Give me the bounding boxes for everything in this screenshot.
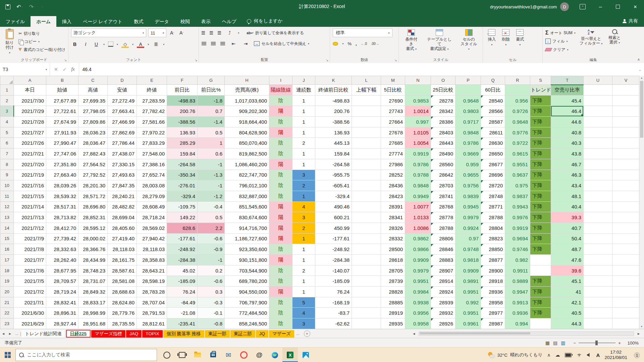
- cell-H19[interactable]: 689,780,200: [225, 276, 269, 287]
- taskbar-app-opera-icon[interactable]: [236, 348, 252, 362]
- page-layout-view-icon[interactable]: ▤: [553, 340, 557, 346]
- sheet-more-icon[interactable]: …: [294, 332, 301, 336]
- cell-G3[interactable]: 0.7: [198, 106, 225, 117]
- borders-icon[interactable]: [108, 42, 113, 47]
- cell-D13[interactable]: 28,699.04: [108, 212, 137, 223]
- cell-M13[interactable]: 28341: [381, 212, 405, 223]
- cell-T11[interactable]: 48.1: [551, 191, 584, 201]
- cell-D4[interactable]: 27,466.99: [108, 117, 137, 127]
- cell-M2[interactable]: 27690: [381, 95, 405, 106]
- cell-K18[interactable]: -140.07: [315, 265, 352, 276]
- cell-E4[interactable]: 27,581.66: [137, 117, 167, 127]
- cell-M19[interactable]: 28739: [381, 276, 405, 287]
- cell-M14[interactable]: 28326: [381, 223, 405, 233]
- cell-R14[interactable]: 0.9919: [505, 223, 530, 233]
- cell-J4[interactable]: 1: [292, 117, 315, 127]
- cell-R2[interactable]: 0.956: [505, 95, 530, 106]
- column-letter-I[interactable]: I: [269, 76, 292, 85]
- cell-E19[interactable]: 28,598.19: [137, 276, 167, 287]
- cell-E8[interactable]: 27,388.16: [137, 159, 167, 170]
- cell-B2[interactable]: 27,677.89: [46, 95, 78, 106]
- cell-H3[interactable]: 909,202,300: [225, 106, 269, 117]
- cell-G13[interactable]: 0.5: [198, 212, 225, 223]
- row-header-16[interactable]: 16: [0, 244, 14, 255]
- ribbon-display-options-icon[interactable]: ⌃: [580, 4, 586, 9]
- cell-K13[interactable]: 600.21: [315, 212, 352, 223]
- cut-button[interactable]: ✂ 切り取り: [18, 30, 65, 37]
- header-cell-G1[interactable]: 前日比%: [198, 85, 225, 96]
- copy-button[interactable]: コピー ▾: [18, 38, 65, 45]
- format-painter-button[interactable]: 書式のコピー/貼り付け: [18, 46, 65, 53]
- cell-V14[interactable]: [612, 223, 640, 233]
- cell-U15[interactable]: [584, 233, 612, 244]
- row-header-9[interactable]: 9: [0, 170, 14, 180]
- cell-K20[interactable]: 76.24: [315, 287, 352, 297]
- cell-J6[interactable]: 2: [292, 138, 315, 148]
- cell-I8[interactable]: 陽: [269, 159, 292, 170]
- number-format-select[interactable]: 標準▾: [333, 28, 392, 37]
- cell-N18[interactable]: 0.9979: [405, 265, 431, 276]
- cell-T5[interactable]: 40.8: [551, 127, 584, 138]
- cell-A9[interactable]: 2021/7/19: [14, 170, 46, 180]
- cell-C20[interactable]: 28,849.32: [78, 287, 108, 297]
- cell-S10[interactable]: 下降: [530, 180, 551, 191]
- cell-C17[interactable]: 28,434.99: [78, 255, 108, 265]
- cell-P21[interactable]: 0.992: [455, 297, 481, 308]
- cell-R7[interactable]: 0.9615: [505, 148, 530, 159]
- cell-U7[interactable]: [584, 148, 612, 159]
- column-letter-D[interactable]: D: [108, 76, 137, 85]
- redo-icon[interactable]: ↷▾: [29, 4, 35, 10]
- cell-E15[interactable]: 27,940.42: [137, 233, 167, 244]
- header-cell-Q1[interactable]: 60日比: [481, 85, 505, 96]
- cell-B18[interactable]: 28,677.95: [46, 265, 78, 276]
- cell-U21[interactable]: [584, 297, 612, 308]
- cell-P16[interactable]: 0.9748: [455, 244, 481, 255]
- cell-O14[interactable]: 28788: [431, 223, 455, 233]
- cell-K22[interactable]: -83.7: [315, 308, 352, 318]
- horizontal-scrollbar-thumb[interactable]: [420, 332, 530, 335]
- cell-Q8[interactable]: 28677: [481, 159, 505, 170]
- minimize-button[interactable]: ─: [592, 0, 609, 13]
- cell-P23[interactable]: 0.9961: [455, 318, 481, 329]
- cell-O10[interactable]: 28703: [431, 180, 455, 191]
- cell-B7[interactable]: 27,747.06: [46, 148, 78, 159]
- cell-T18[interactable]: 39.6: [551, 265, 584, 276]
- cell-U16[interactable]: [584, 244, 612, 255]
- sort-filter-button[interactable]: AZ 並べ替えとフィルター ▾: [578, 28, 604, 57]
- cell-H20[interactable]: 904,550,000: [225, 287, 269, 297]
- align-middle-icon[interactable]: [210, 31, 213, 32]
- cell-K16[interactable]: -248.92: [315, 244, 352, 255]
- cell-B14[interactable]: 28,412.70: [46, 223, 78, 233]
- cell-D2[interactable]: 27,272.49: [108, 95, 137, 106]
- cell-B3[interactable]: 27,722.61: [46, 106, 78, 117]
- cell-I22[interactable]: 陰: [269, 308, 292, 318]
- header-cell-L1[interactable]: 上幅下幅: [352, 85, 381, 96]
- cell-T15[interactable]: 50.4: [551, 233, 584, 244]
- cell-A17[interactable]: 2021/7/7: [14, 255, 46, 265]
- cell-B11[interactable]: 28,539.32: [46, 191, 78, 201]
- cell-T9[interactable]: 46.3: [551, 170, 584, 180]
- cell-E14[interactable]: 28,569.02: [137, 223, 167, 233]
- cell-Q20[interactable]: 28936: [481, 287, 505, 297]
- cell-I16[interactable]: 陰: [269, 244, 292, 255]
- cell-I20[interactable]: 陽: [269, 287, 292, 297]
- cell-I2[interactable]: 陰: [269, 95, 292, 106]
- cell-O6[interactable]: 28443: [431, 138, 455, 148]
- cell-C23[interactable]: 28,951.68: [78, 318, 108, 329]
- cell-Q3[interactable]: 28566: [481, 106, 505, 117]
- cell-U17[interactable]: [584, 255, 612, 265]
- cell-S14[interactable]: 下降: [530, 223, 551, 233]
- cell-J21[interactable]: 5: [292, 297, 315, 308]
- cell-P2[interactable]: 0.9648: [455, 95, 481, 106]
- cell-S18[interactable]: [530, 265, 551, 276]
- row-header-22[interactable]: 22: [0, 308, 14, 318]
- cell-C6[interactable]: 28,036.47: [78, 138, 108, 148]
- cell-U19[interactable]: [584, 276, 612, 287]
- cell-N2[interactable]: 0.9853: [405, 95, 431, 106]
- cell-I17[interactable]: 陽: [269, 255, 292, 265]
- cell-G23[interactable]: -0.8: [198, 318, 225, 329]
- cell-B4[interactable]: 27,674.99: [46, 117, 78, 127]
- cell-Q16[interactable]: 28850: [481, 244, 505, 255]
- header-cell-A1[interactable]: 本日: [14, 85, 46, 96]
- cell-T7[interactable]: 43.8: [551, 148, 584, 159]
